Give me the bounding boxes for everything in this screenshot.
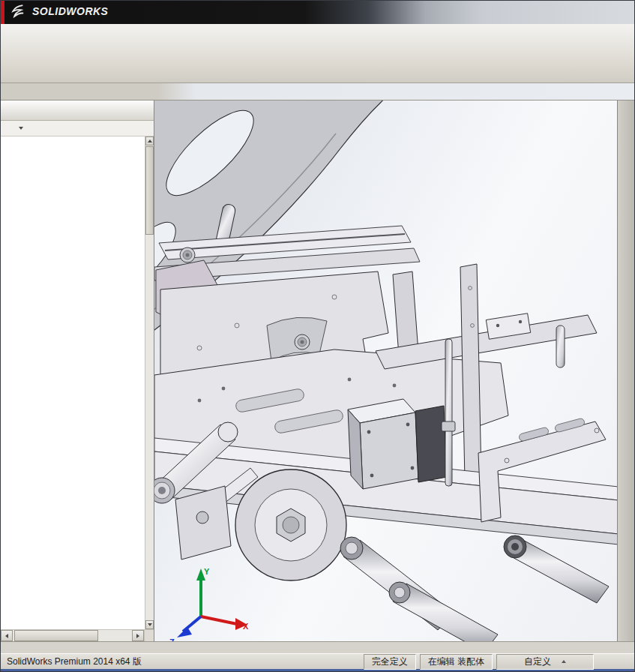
solidworks-application-window: SOLIDWORKS [0,0,635,672]
status-message: SolidWorks Premium 2014 x64 版 [7,656,360,668]
coordinate-triad: Y X Z [169,567,249,641]
graphics-viewport[interactable]: Y X Z [154,100,617,641]
vertical-scroll-thumb[interactable] [145,146,154,235]
feature-manager-panel-tabs [1,100,154,121]
bolt-washer[interactable] [180,248,195,262]
custom-popup-arrow-icon[interactable] [562,658,566,663]
status-custom-label: 自定义 [524,656,551,668]
command-manager-tabrow [1,83,634,100]
menu-pin-icon[interactable] [421,5,436,20]
scroll-right-button[interactable] [132,630,144,641]
bottom-roller[interactable] [389,582,498,641]
triad-x-label: X [243,622,249,631]
pneumatic-slide-block[interactable] [348,399,418,489]
filter-dropdown-arrow[interactable] [19,127,23,132]
bottom-roller[interactable] [504,536,609,603]
horizontal-scroll-thumb[interactable] [14,630,98,641]
task-pane-strip [617,100,634,641]
titlebar: SOLIDWORKS [1,1,634,24]
tree-horizontal-scrollbar[interactable] [1,629,154,641]
status-tag-icon[interactable] [618,656,630,668]
document-tab-bar [1,641,634,653]
scrollbar-corner [144,630,154,641]
status-define-state: 完全定义 [364,654,416,670]
filter-funnel-icon[interactable] [4,123,16,134]
tree-filter-row [1,121,154,136]
feature-manager-panel [1,100,154,641]
status-bar: SolidWorks Premium 2014 x64 版 完全定义 在编辑 装… [1,653,634,671]
scroll-down-button[interactable] [145,620,154,629]
bolt-washer[interactable] [295,334,310,350]
feature-tree [1,138,145,629]
brand-accent-stripe [1,1,4,24]
triad-y-label: Y [204,567,210,576]
status-help-icon[interactable] [600,656,612,668]
brand-name: SOLIDWORKS [32,5,108,17]
tree-vertical-scrollbar[interactable] [145,136,154,629]
finned-heatsink-block[interactable] [415,406,447,482]
model-canvas[interactable]: Y X Z [154,100,617,641]
status-edit-state: 在编辑 装配体 [420,654,493,670]
solidworks-logo-icon [10,3,29,20]
scroll-left-button[interactable] [1,630,13,641]
horizontal-scroll-track[interactable] [13,630,132,641]
status-custom-cell[interactable]: 自定义 [496,654,594,670]
solidworks-logo: SOLIDWORKS [10,3,108,20]
scroll-up-button[interactable] [145,136,154,146]
feature-tree-container [1,136,154,629]
roller-wheel[interactable] [235,470,346,580]
command-manager-toolbar [1,24,634,83]
